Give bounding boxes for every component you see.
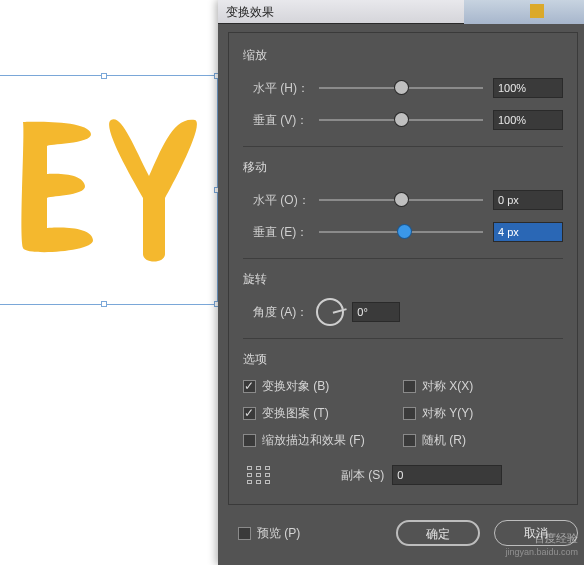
angle-label: 角度 (A)： — [253, 304, 308, 321]
scale-h-label: 水平 (H)： — [243, 80, 319, 97]
opt-scale-strokes[interactable]: 缩放描边和效果 (F) — [243, 432, 403, 449]
glyph-E — [9, 116, 101, 266]
angle-input[interactable]: 0° — [352, 302, 400, 322]
move-v-label: 垂直 (E)： — [243, 224, 319, 241]
anchor-point-icon[interactable] — [247, 466, 273, 484]
angle-dial[interactable] — [316, 298, 344, 326]
opt-reflect-y[interactable]: 对称 Y(Y) — [403, 405, 563, 422]
dialog-body: 缩放 水平 (H)： 100% 垂直 (V)： 100% 移动 水平 (O)： … — [228, 32, 578, 505]
scale-v-input[interactable]: 100% — [493, 110, 563, 130]
scale-h-slider[interactable] — [319, 78, 483, 98]
scale-v-slider[interactable] — [319, 110, 483, 130]
copies-input[interactable]: 0 — [392, 465, 502, 485]
group-label-scale: 缩放 — [243, 47, 563, 64]
dialog-footer: 预览 (P) 确定 取消 — [228, 511, 578, 555]
cancel-button[interactable]: 取消 — [494, 520, 578, 546]
opt-transform-patterns[interactable]: 变换图案 (T) — [243, 405, 403, 422]
group-label-rotate: 旋转 — [243, 271, 563, 288]
window-controls-area — [464, 0, 584, 24]
selection-bounding-box[interactable] — [0, 75, 218, 305]
scale-h-input[interactable]: 100% — [493, 78, 563, 98]
move-v-slider[interactable] — [319, 222, 483, 242]
move-h-input[interactable]: 0 px — [493, 190, 563, 210]
move-v-input[interactable]: 4 px — [493, 222, 563, 242]
canvas-area — [0, 0, 218, 565]
transform-effect-dialog: 变换效果 缩放 水平 (H)： 100% 垂直 (V)： 100% 移动 水平 … — [218, 0, 584, 565]
opt-reflect-x[interactable]: 对称 X(X) — [403, 378, 563, 395]
copies-label: 副本 (S) — [341, 467, 384, 484]
preview-checkbox[interactable]: 预览 (P) — [238, 525, 300, 542]
resize-handle[interactable] — [101, 73, 107, 79]
scale-v-label: 垂直 (V)： — [243, 112, 319, 129]
window-accent-icon — [530, 4, 544, 18]
move-h-label: 水平 (O)： — [243, 192, 319, 209]
glyph-Y — [103, 114, 207, 270]
opt-transform-objects[interactable]: 变换对象 (B) — [243, 378, 403, 395]
move-h-slider[interactable] — [319, 190, 483, 210]
dialog-titlebar[interactable]: 变换效果 — [218, 0, 584, 24]
group-label-move: 移动 — [243, 159, 563, 176]
opt-random[interactable]: 随机 (R) — [403, 432, 563, 449]
dialog-title: 变换效果 — [226, 5, 274, 19]
ok-button[interactable]: 确定 — [396, 520, 480, 546]
resize-handle[interactable] — [101, 301, 107, 307]
group-label-options: 选项 — [243, 351, 563, 368]
